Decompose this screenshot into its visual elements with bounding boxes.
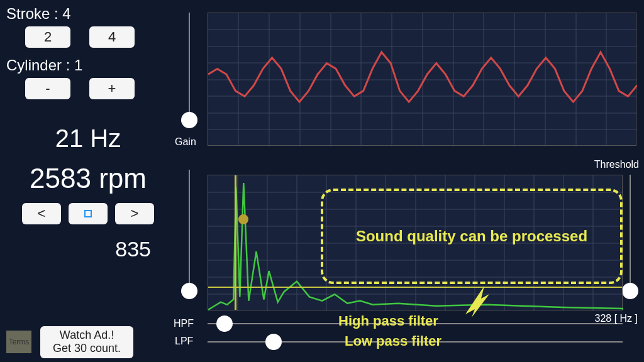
gain-label: Gain (175, 136, 196, 148)
count-value: 835 (6, 237, 170, 261)
lpf-label: LPF (175, 336, 193, 347)
watch-ad-button[interactable]: Watch Ad.! Get 30 count. (40, 326, 133, 358)
stroke-2-button[interactable]: 2 (25, 26, 70, 48)
waveform-scope (208, 13, 636, 146)
hpf-cutoff-line[interactable] (235, 175, 236, 310)
cylinder-plus-button[interactable]: + (89, 78, 135, 99)
lpf-slider[interactable] (208, 336, 321, 348)
ad-line2: Get 30 count. (53, 342, 121, 356)
prev-button[interactable]: < (22, 203, 61, 224)
hpf-label: HPF (174, 318, 194, 329)
threshold-line (208, 287, 622, 288)
threshold-slider[interactable] (624, 175, 636, 307)
hpf-annotation: High pass filter (338, 313, 438, 329)
lpf-annotation: Low pass filter (345, 333, 441, 349)
cylinder-label: Cylinder : 1 (6, 57, 170, 74)
stop-icon (84, 210, 92, 217)
peak-marker (238, 214, 248, 224)
frequency-value: 21 Hz (6, 124, 170, 153)
annotation-box: Sound quality can be processed (321, 189, 623, 284)
cylinder-minus-button[interactable]: - (25, 78, 70, 99)
arrow-icon (459, 283, 497, 321)
stop-button[interactable] (69, 203, 108, 224)
hpf-slider[interactable] (208, 317, 321, 330)
gain-slider[interactable] (183, 13, 196, 157)
annotation-text: Sound quality can be processed (356, 228, 587, 245)
freq-max-label: 328 [ Hz ] (595, 313, 638, 324)
stroke-label: Stroke : 4 (6, 5, 170, 23)
left-vertical-slider[interactable] (183, 170, 196, 302)
stroke-4-button[interactable]: 4 (89, 26, 135, 48)
terms-button[interactable]: Terms (6, 331, 31, 353)
ad-line1: Watch Ad.! (53, 329, 121, 343)
rpm-value: 2583 rpm (6, 163, 170, 194)
next-button[interactable]: > (115, 203, 154, 224)
threshold-label: Threshold (594, 159, 639, 170)
